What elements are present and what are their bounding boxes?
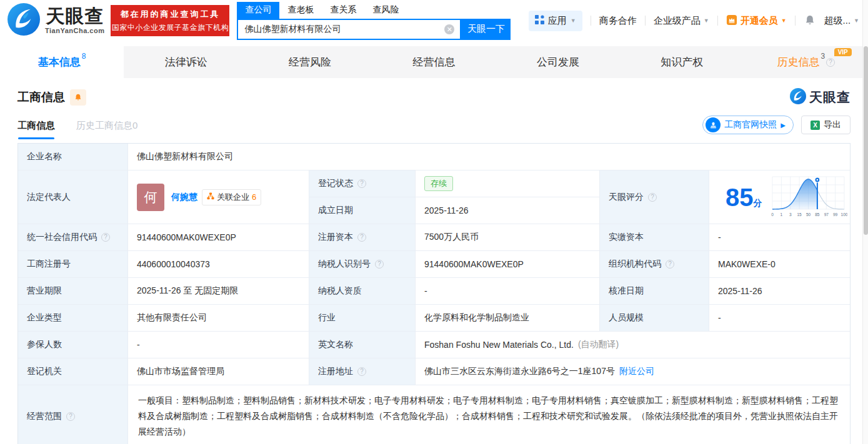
divider	[795, 16, 796, 26]
tab-operational-risk[interactable]: 经营风险	[248, 46, 372, 78]
taxpayer-quality-value: -	[416, 278, 600, 305]
field-label: 登记机关	[18, 358, 128, 385]
nav-enterprise-label: 企业级产品	[654, 15, 701, 27]
scrollbar-thumb[interactable]	[864, 46, 868, 235]
search-button[interactable]: 天眼一下	[461, 19, 511, 40]
related-companies-icon	[207, 192, 214, 202]
tab-label: 经营信息	[412, 55, 455, 69]
company-name-value: 佛山佛塑新材料有限公司	[128, 144, 850, 170]
subtab-label: 工商信息	[17, 120, 55, 131]
search-tab-relation[interactable]: 查关系	[322, 2, 364, 19]
nearby-companies-link[interactable]: 附近公司	[619, 366, 654, 377]
tyc-score-cell: 85分 0131550859799100	[709, 170, 850, 224]
nav-super-label: 超级...	[824, 15, 851, 27]
vip-badge: VIP	[834, 48, 852, 56]
related-companies-badge[interactable]: 关联企业 6	[202, 189, 261, 205]
svg-text:85: 85	[815, 212, 820, 217]
tab-history-info[interactable]: VIP 历史信息 3 ?	[744, 46, 868, 78]
field-label: 工商注册号	[18, 251, 128, 278]
legal-rep-cell: 何 何婉慧 关联企业 6	[128, 170, 309, 224]
help-icon[interactable]: ?	[375, 260, 384, 269]
tab-label: 基本信息	[38, 55, 81, 69]
chevron-down-icon: ▼	[571, 17, 576, 24]
status-badge: 存续	[424, 176, 453, 191]
field-label: 统一社会信用代码	[27, 232, 97, 243]
divider	[591, 16, 591, 26]
field-label: 法定代表人	[18, 170, 128, 224]
nav-super-vip[interactable]: 超级... ▼	[824, 15, 859, 27]
field-label: 参保人数	[18, 332, 128, 358]
tab-business-info[interactable]: 经营信息	[372, 46, 496, 78]
field-label-with-help: 统一社会信用代码 ?	[18, 224, 128, 251]
field-label-with-help: 注册地址 ?	[309, 358, 416, 385]
nav-open-member[interactable]: 开通会员 ▼	[726, 14, 787, 27]
help-icon[interactable]: ?	[66, 412, 75, 421]
svg-text:0: 0	[771, 212, 774, 217]
notification-bell-icon[interactable]	[804, 14, 816, 28]
avatar[interactable]: 何	[137, 184, 164, 211]
reg-number-value: 440600010040373	[128, 251, 309, 278]
divider	[717, 16, 718, 26]
nav-cooperation[interactable]: 商务合作	[599, 15, 637, 27]
arrow-right-icon: ▶	[781, 122, 786, 129]
tab-intellectual-property[interactable]: 知识产权	[620, 46, 744, 78]
excel-icon: X	[811, 121, 820, 130]
chevron-down-icon: ▼	[854, 17, 859, 24]
search-input[interactable]	[238, 24, 444, 34]
field-label: 企业名称	[18, 144, 128, 170]
nav-enterprise-products[interactable]: 企业级产品 ▼	[654, 15, 709, 27]
tianyancha-logo[interactable]: 天眼查 TianYanCha.com	[7, 3, 104, 38]
company-type-value: 其他有限责任公司	[128, 305, 309, 332]
section-header: 工商信息 天眼查	[0, 78, 868, 107]
subtab-business-info[interactable]: 工商信息	[17, 120, 55, 139]
taxpayer-id-value: 91440600MAK0WEXE0P	[416, 251, 600, 278]
english-name-cell: Foshan Foshu New Materials Co., Ltd. (自动…	[416, 332, 850, 358]
help-icon[interactable]: ?	[101, 233, 110, 242]
tab-basic-info[interactable]: 基本信息 8	[0, 46, 124, 78]
help-icon[interactable]: ?	[648, 193, 657, 202]
export-button[interactable]: X 导出	[801, 116, 851, 134]
help-icon[interactable]: ?	[357, 233, 366, 242]
vertical-scrollbar[interactable]	[862, 0, 868, 444]
help-icon[interactable]: ?	[357, 179, 366, 188]
staff-size-value: -	[709, 305, 850, 332]
apps-menu[interactable]: 应用 ▼	[529, 11, 582, 31]
search-clear-icon[interactable]: ✕	[444, 24, 454, 34]
help-icon[interactable]: ?	[357, 367, 366, 376]
tab-legal-proceedings[interactable]: 法律诉讼	[124, 46, 247, 78]
svg-text:99: 99	[833, 212, 838, 217]
apps-label: 应用	[548, 15, 567, 27]
logo-title: 天眼查	[46, 7, 104, 26]
tab-count: 3	[821, 52, 825, 61]
english-name-value: Foshan Foshu New Materials Co., Ltd.	[424, 340, 574, 350]
logo-domain: TianYanCha.com	[45, 27, 104, 34]
related-companies-count: 6	[252, 192, 256, 202]
field-label-with-help: 纳税人识别号 ?	[309, 251, 416, 278]
help-icon[interactable]: ?	[666, 260, 674, 269]
svg-text:50: 50	[806, 212, 811, 217]
search-tab-risk[interactable]: 查风险	[364, 2, 407, 19]
legal-rep-link[interactable]: 何婉慧	[171, 192, 197, 203]
official-snapshot-button[interactable]: 工商官网快照 ▶	[702, 116, 794, 134]
search-tab-company[interactable]: 查公司	[237, 2, 279, 19]
chevron-down-icon: ▼	[704, 17, 709, 24]
tab-label: 历史信息	[777, 55, 819, 69]
subtab-history-business-info[interactable]: 历史工商信息0	[76, 120, 137, 139]
svg-text:1: 1	[781, 212, 783, 217]
search-tab-boss[interactable]: 查老板	[279, 2, 322, 19]
field-label-with-help: 登记状态 ?	[309, 170, 416, 197]
field-label: 成立日期	[309, 197, 416, 224]
business-scope-value: 一般项目：塑料制品制造；塑料制品销售；新材料技术研发；电子专用材料研发；电子专用…	[128, 385, 850, 444]
main-tab-bar: 基本信息 8 法律诉讼 经营风险 经营信息 公司发展 知识产权 VIP 历史信息…	[0, 46, 868, 78]
header-nav: 应用 ▼ 商务合作 企业级产品 ▼ 开通会员 ▼	[529, 11, 859, 31]
field-label: 企业类型	[18, 305, 128, 332]
tab-company-development[interactable]: 公司发展	[496, 46, 620, 78]
tab-label: 公司发展	[537, 55, 579, 69]
watermark-logo: 天眼查	[790, 88, 851, 107]
paid-capital-value: -	[709, 224, 850, 251]
business-term-value: 2025-11-26 至 无固定期限	[128, 278, 309, 305]
tab-label: 经营风险	[289, 55, 331, 69]
question-icon[interactable]: ?	[826, 58, 835, 67]
subscribe-bell-icon[interactable]	[70, 89, 86, 106]
insured-count-value: -	[128, 332, 309, 358]
